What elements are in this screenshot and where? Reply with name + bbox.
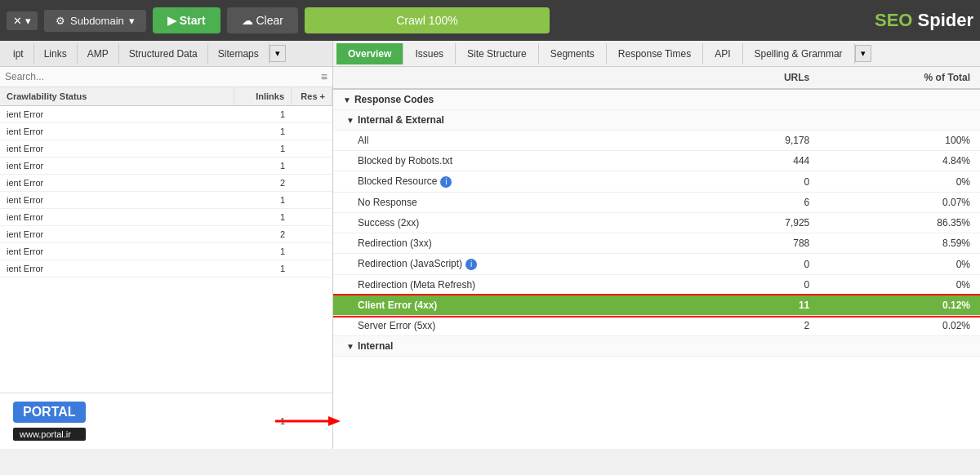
subdomain-button[interactable]: ⚙ Subdomain ▾ — [44, 10, 146, 32]
search-bar: ≡ — [0, 67, 332, 87]
row-label: Redirection (3xx) — [358, 238, 432, 249]
left-table-row[interactable]: ient Error 1 — [0, 123, 332, 140]
tab-structured-data[interactable]: Structured Data — [119, 43, 208, 64]
right-cell-label: Redirection (JavaScript)i — [333, 254, 709, 275]
subdomain-dropdown-arrow: ▾ — [129, 15, 135, 27]
right-cell-pct — [819, 336, 980, 357]
right-table-row[interactable]: Server Error (5xx) 2 0.02% — [333, 316, 980, 336]
dropdown-arrow: ▾ — [25, 15, 31, 27]
triangle-icon: ▼ — [346, 116, 354, 125]
left-cell-status: ient Error — [0, 226, 234, 242]
right-table-header-row: URLs % of Total — [333, 67, 980, 89]
right-cell-label: ▼Response Codes — [333, 89, 709, 110]
left-table: ient Error 1 ient Error 1 ient Error 1 i… — [0, 106, 332, 393]
right-table-row[interactable]: Redirection (Meta Refresh) 0 0% — [333, 275, 980, 295]
tab-ipt[interactable]: ipt — [3, 43, 34, 64]
left-table-row[interactable]: ient Error 1 — [0, 209, 332, 226]
left-cell-status: ient Error — [0, 140, 234, 157]
left-table-row[interactable]: ient Error 1 — [0, 158, 332, 175]
right-table-row[interactable]: Client Error (4xx) 11 0.12% — [333, 295, 980, 316]
right-table-row[interactable]: All 9,178 100% — [333, 131, 980, 151]
left-table-row[interactable]: ient Error 1 — [0, 192, 332, 209]
main-content: ipt Links AMP Structured Data Sitemaps ▾… — [0, 41, 980, 449]
left-cell-inlinks: 2 — [234, 175, 292, 191]
tab-issues[interactable]: Issues — [403, 43, 456, 64]
tab-amp[interactable]: AMP — [78, 43, 119, 64]
right-cell-pct: 0% — [819, 275, 980, 295]
subdomain-label: Subdomain — [70, 15, 124, 27]
right-table-wrap: URLs % of Total ▼Response Codes ▼Interna… — [333, 67, 980, 449]
row-label: Redirection (Meta Refresh) — [358, 279, 475, 291]
row-label: Internal — [358, 340, 393, 352]
left-cell-status: ient Error — [0, 243, 234, 260]
seo-spider-logo: SEO Spider — [875, 10, 973, 31]
right-table-row[interactable]: Success (2xx) 7,925 86.35% — [333, 213, 980, 233]
right-cell-label: All — [333, 131, 709, 151]
left-cell-inlinks: 1 — [234, 158, 292, 174]
tab-sitemaps[interactable]: Sitemaps — [208, 43, 270, 64]
tab-api[interactable]: API — [703, 43, 742, 64]
info-icon[interactable]: i — [466, 259, 477, 270]
right-table-row[interactable]: ▼Internal & External — [333, 110, 980, 131]
top-toolbar: ✕ ▾ ⚙ Subdomain ▾ ▶ Start ☁ Clear Crawl … — [0, 0, 980, 41]
tab-overview[interactable]: Overview — [336, 43, 403, 64]
left-cell-inlinks: 1 — [234, 260, 292, 277]
tab-bar-2: Overview Issues Site Structure Segments … — [333, 41, 980, 67]
close-button[interactable]: ✕ ▾ — [7, 11, 38, 30]
info-icon[interactable]: i — [440, 176, 452, 188]
right-cell-label: ▼Internal & External — [333, 110, 709, 131]
left-cell-status: ient Error — [0, 260, 234, 277]
left-cell-inlinks: 1 — [234, 243, 292, 260]
right-table-row[interactable]: Blocked by Robots.txt 444 4.84% — [333, 151, 980, 171]
tab-segments[interactable]: Segments — [539, 43, 607, 64]
tab-response-times[interactable]: Response Times — [607, 43, 703, 64]
right-panel: Overview Issues Site Structure Segments … — [333, 41, 980, 449]
row-label: Server Error (5xx) — [358, 320, 435, 331]
left-cell-status: ient Error — [0, 123, 234, 140]
tab-bar-1: ipt Links AMP Structured Data Sitemaps ▾ — [0, 41, 332, 67]
clear-button[interactable]: ☁ Clear — [227, 7, 298, 33]
left-cell-inlinks: 2 — [234, 226, 292, 242]
triangle-icon: ▼ — [343, 95, 351, 104]
left-cell-status: ient Error — [0, 209, 234, 225]
left-table-row[interactable]: ient Error 2 — [0, 175, 332, 192]
left-table-row[interactable]: ient Error 1 — [0, 106, 332, 123]
right-table-row[interactable]: ▼Response Codes — [333, 89, 980, 110]
tab2-more-button[interactable]: ▾ — [855, 45, 871, 62]
left-cell-res — [292, 106, 332, 122]
tab-spelling-grammar[interactable]: Spelling & Grammar — [743, 43, 855, 64]
right-cell-label: No Response — [333, 193, 709, 213]
left-cell-res — [292, 123, 332, 140]
right-cell-label: Redirection (3xx) — [333, 233, 709, 254]
right-table-row[interactable]: Blocked Resourcei 0 0% — [333, 171, 980, 193]
filter-icon[interactable]: ≡ — [321, 70, 327, 83]
left-cell-inlinks: 1 — [234, 209, 292, 225]
red-arrow — [275, 413, 341, 429]
right-table-row[interactable]: No Response 6 0.07% — [333, 193, 980, 213]
start-button[interactable]: ▶ Start — [153, 7, 220, 33]
right-table-row[interactable]: Redirection (JavaScript)i 0 0% — [333, 254, 980, 275]
right-cell-pct: 8.59% — [819, 233, 980, 254]
right-cell-urls: 9,178 — [709, 131, 819, 151]
right-cell-pct — [819, 110, 980, 131]
right-table-row[interactable]: ▼Internal — [333, 336, 980, 357]
right-cell-urls: 6 — [709, 193, 819, 213]
right-table-row[interactable]: Redirection (3xx) 788 8.59% — [333, 233, 980, 254]
left-table-row[interactable]: ient Error 1 — [0, 140, 332, 158]
left-table-row[interactable]: ient Error 1 — [0, 243, 332, 260]
right-cell-pct: 4.84% — [819, 151, 980, 171]
right-cell-pct — [819, 89, 980, 110]
left-table-row[interactable]: ient Error 1 — [0, 260, 332, 277]
close-icon: ✕ — [13, 15, 22, 27]
triangle-icon: ▼ — [346, 342, 354, 351]
tab-links[interactable]: Links — [34, 43, 78, 64]
right-cell-pct: 0% — [819, 254, 980, 275]
right-cell-label: Blocked Resourcei — [333, 171, 709, 193]
search-input[interactable] — [5, 71, 321, 82]
right-cell-label: Blocked by Robots.txt — [333, 151, 709, 171]
tab-more-button[interactable]: ▾ — [270, 45, 286, 62]
right-cell-pct: 0% — [819, 171, 980, 193]
left-table-row[interactable]: ient Error 2 — [0, 226, 332, 243]
tab-site-structure[interactable]: Site Structure — [456, 43, 539, 64]
left-cell-status: ient Error — [0, 158, 234, 174]
